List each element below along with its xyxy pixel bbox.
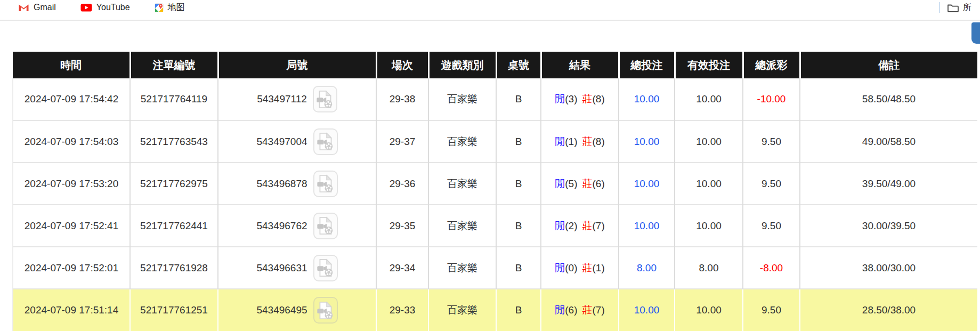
banker-result: 莊 xyxy=(582,178,593,189)
cell-result: 閒(1)莊(8) xyxy=(541,120,619,163)
banker-points: (8) xyxy=(593,136,605,147)
video-file-icon xyxy=(317,301,334,320)
total-bet-link[interactable]: 10.00 xyxy=(634,136,660,147)
cell-table-no: B xyxy=(496,247,541,289)
player-points: (6) xyxy=(565,304,577,316)
cell-bet-id: 521717762975 xyxy=(130,163,218,205)
column-header-session: 場次 xyxy=(376,52,428,78)
cell-session: 29-36 xyxy=(376,163,428,205)
cell-result: 閒(2)莊(7) xyxy=(541,205,619,247)
cell-time: 2024-07-09 17:52:01 xyxy=(13,247,130,289)
banker-result: 莊 xyxy=(582,262,593,273)
video-file-icon xyxy=(317,174,334,193)
total-bet-link[interactable]: 10.00 xyxy=(634,93,660,104)
cell-table-no: B xyxy=(496,205,541,247)
player-result: 閒 xyxy=(555,304,565,316)
cell-total-bet: 10.00 xyxy=(619,205,675,247)
column-header-table-no: 桌號 xyxy=(496,52,541,78)
cell-total-payout: -10.00 xyxy=(743,78,800,120)
cell-session: 29-33 xyxy=(376,289,428,331)
cell-result: 閒(6)莊(7) xyxy=(541,289,619,331)
video-file-icon xyxy=(317,258,334,278)
cell-time: 2024-07-09 17:52:41 xyxy=(13,205,130,247)
total-bet-link[interactable]: 10.00 xyxy=(634,178,660,189)
table-row[interactable]: 2024-07-09 17:51:14 521717761251 5434964… xyxy=(13,289,977,331)
maps-icon xyxy=(155,3,164,12)
table-row[interactable]: 2024-07-09 17:54:42 521717764119 5434971… xyxy=(13,78,977,120)
cell-result: 閒(5)莊(6) xyxy=(541,163,619,205)
cell-total-payout: 9.50 xyxy=(743,205,800,247)
video-replay-button[interactable] xyxy=(313,255,338,281)
banker-result: 莊 xyxy=(582,93,593,104)
cell-session: 29-38 xyxy=(376,78,428,120)
table-row[interactable]: 2024-07-09 17:52:01 521717761928 5434966… xyxy=(13,247,977,289)
cell-session: 29-35 xyxy=(376,205,428,247)
folder-icon xyxy=(947,3,959,13)
youtube-icon xyxy=(80,3,92,12)
cell-round-id: 543496631 xyxy=(218,247,376,289)
bet-history-table: 時間 注單編號 局號 場次 遊戲類別 桌號 結果 總投注 有效投注 總派彩 備註… xyxy=(12,52,977,331)
bet-history-body: 2024-07-09 17:54:42 521717764119 5434971… xyxy=(13,78,977,331)
all-bookmarks-button[interactable]: 所 xyxy=(947,2,971,13)
cell-remark: 30.00/39.50 xyxy=(800,205,977,247)
video-replay-button[interactable] xyxy=(313,297,338,324)
cell-remark: 38.00/30.00 xyxy=(800,247,977,289)
bookmark-gmail[interactable]: Gmail xyxy=(18,3,56,12)
player-points: (2) xyxy=(565,220,577,231)
cell-bet-id: 521717763543 xyxy=(130,120,218,163)
cell-valid-bet: 10.00 xyxy=(675,205,743,247)
cell-session: 29-34 xyxy=(376,247,428,289)
cell-result: 閒(0)莊(1) xyxy=(541,247,619,289)
bookmark-youtube[interactable]: YouTube xyxy=(80,3,130,12)
cell-total-payout: -8.00 xyxy=(743,247,800,289)
banker-points: (7) xyxy=(593,220,605,231)
cell-round-id: 543496762 xyxy=(218,205,376,247)
banker-result: 莊 xyxy=(582,304,593,316)
player-points: (0) xyxy=(565,262,577,273)
cell-valid-bet: 8.00 xyxy=(675,247,743,289)
cell-round-id: 543496495 xyxy=(218,289,376,331)
video-replay-button[interactable] xyxy=(313,213,338,239)
gmail-icon xyxy=(18,3,29,12)
cell-round-id: 543496878 xyxy=(218,163,376,205)
player-points: (5) xyxy=(565,178,577,189)
bookmark-maps[interactable]: 地图 xyxy=(155,2,185,13)
cell-table-no: B xyxy=(496,163,541,205)
cell-valid-bet: 10.00 xyxy=(675,78,743,120)
cell-table-no: B xyxy=(496,78,541,120)
cell-session: 29-37 xyxy=(376,120,428,163)
total-bet-link[interactable]: 8.00 xyxy=(637,262,657,273)
banker-points: (6) xyxy=(593,178,605,189)
all-bookmarks-label: 所 xyxy=(963,2,971,13)
cell-total-bet: 10.00 xyxy=(619,289,675,331)
column-header-total-payout: 總派彩 xyxy=(743,52,800,78)
total-bet-link[interactable]: 10.00 xyxy=(634,220,660,231)
cell-remark: 49.00/58.50 xyxy=(800,120,977,163)
banker-points: (1) xyxy=(593,262,605,273)
total-bet-link[interactable]: 10.00 xyxy=(634,304,660,316)
cell-remark: 39.50/49.00 xyxy=(800,163,977,205)
cell-table-no: B xyxy=(496,120,541,163)
video-replay-button[interactable] xyxy=(313,128,338,155)
bookmark-label: YouTube xyxy=(96,3,130,12)
banker-result: 莊 xyxy=(582,136,593,147)
cell-remark: 58.50/48.50 xyxy=(800,78,977,120)
cell-total-bet: 8.00 xyxy=(619,247,675,289)
cell-result: 閒(3)莊(8) xyxy=(541,78,619,120)
scrollbar-thumb[interactable] xyxy=(971,22,980,44)
video-replay-button[interactable] xyxy=(313,86,337,112)
video-replay-button[interactable] xyxy=(313,171,338,197)
banker-points: (7) xyxy=(593,304,605,316)
cell-total-bet: 10.00 xyxy=(619,163,675,205)
column-header-bet-id: 注單編號 xyxy=(130,52,218,78)
table-row[interactable]: 2024-07-09 17:54:03 521717763543 5434970… xyxy=(13,120,977,163)
player-result: 閒 xyxy=(555,178,565,189)
table-row[interactable]: 2024-07-09 17:52:41 521717762441 5434967… xyxy=(13,205,977,247)
player-result: 閒 xyxy=(555,93,565,104)
table-row[interactable]: 2024-07-09 17:53:20 521717762975 5434968… xyxy=(13,163,977,205)
cell-game-type: 百家樂 xyxy=(428,205,496,247)
column-header-game-type: 遊戲類別 xyxy=(428,52,496,78)
cell-time: 2024-07-09 17:53:20 xyxy=(13,163,130,205)
cell-game-type: 百家樂 xyxy=(428,247,496,289)
cell-valid-bet: 10.00 xyxy=(675,120,743,163)
